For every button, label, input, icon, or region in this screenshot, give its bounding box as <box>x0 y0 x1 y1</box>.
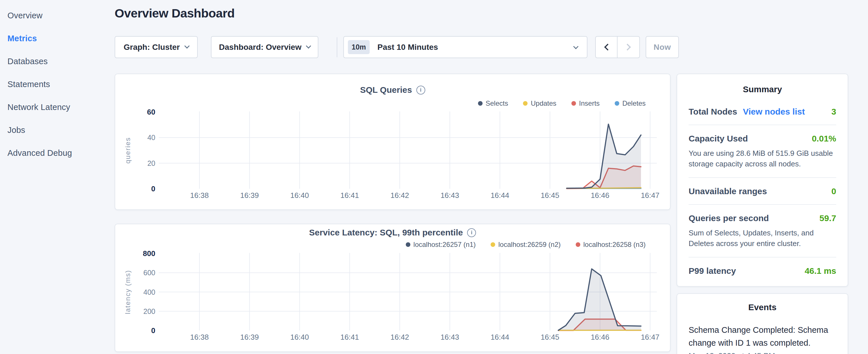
controls-divider <box>337 37 337 57</box>
svg-text:800: 800 <box>143 249 155 258</box>
svg-text:16:39: 16:39 <box>240 333 259 342</box>
time-range-dropdown[interactable]: 10m Past 10 Minutes <box>343 36 587 58</box>
svg-text:16:42: 16:42 <box>390 333 409 342</box>
svg-text:16:41: 16:41 <box>340 333 359 342</box>
svg-text:200: 200 <box>143 307 155 315</box>
summary-panel: Summary Total Nodes View nodes list 3 Ca… <box>677 74 848 287</box>
svg-text:16:47: 16:47 <box>641 191 659 200</box>
sidebar-item-jobs[interactable]: Jobs <box>0 119 115 141</box>
sidebar-item-statements[interactable]: Statements <box>0 73 115 96</box>
summary-row-queries-per-second: Queries per second 59.7 Sum of Selects, … <box>689 205 836 257</box>
sql-queries-chart-card: SQL Queries i Selects Updates Inserts De… <box>115 74 671 210</box>
svg-text:40: 40 <box>147 133 155 141</box>
summary-value: 0.01% <box>812 134 836 143</box>
sidebar-item-databases[interactable]: Databases <box>0 50 115 73</box>
summary-row-p99-latency: P99 latency 46.1 ms <box>689 257 836 284</box>
service-latency-plot[interactable]: 16:3816:3916:4016:4116:4216:4316:4416:45… <box>115 224 671 353</box>
event-timestamp: May 13, 2020 at 4:45 PM <box>689 352 836 354</box>
time-forward-button[interactable] <box>618 37 639 58</box>
svg-text:16:38: 16:38 <box>190 333 209 342</box>
summary-label: P99 latency <box>689 266 736 276</box>
svg-text:16:47: 16:47 <box>641 333 659 342</box>
events-panel: Events Schema Change Completed: Schema c… <box>677 293 848 354</box>
sidebar: Overview Metrics Databases Statements Ne… <box>0 0 115 354</box>
summary-label: Unavailable ranges <box>689 187 767 196</box>
dashboard-dropdown[interactable]: Dashboard: Overview <box>211 36 318 58</box>
summary-label: Capacity Used <box>689 134 748 143</box>
svg-text:0: 0 <box>151 185 155 193</box>
summary-subtext: You are using 28.6 MiB of 515.9 GiB usab… <box>689 148 836 169</box>
svg-text:16:40: 16:40 <box>290 333 309 342</box>
summary-title: Summary <box>689 85 836 94</box>
summary-row-capacity-used: Capacity Used 0.01% You are using 28.6 M… <box>689 125 836 178</box>
chevron-down-icon <box>573 44 578 49</box>
svg-text:16:44: 16:44 <box>491 333 509 342</box>
now-button[interactable]: Now <box>646 36 679 58</box>
summary-value: 0 <box>831 187 836 196</box>
sidebar-item-advanced-debug[interactable]: Advanced Debug <box>0 141 115 164</box>
svg-text:16:46: 16:46 <box>591 333 609 342</box>
chevron-right-icon <box>624 43 631 51</box>
summary-subtext: Sum of Selects, Updates, Inserts, and De… <box>689 228 836 249</box>
svg-text:16:40: 16:40 <box>290 191 309 200</box>
graph-scope-dropdown[interactable]: Graph: Cluster <box>115 36 198 58</box>
summary-value: 46.1 ms <box>805 266 836 276</box>
svg-text:400: 400 <box>143 288 155 296</box>
svg-text:16:46: 16:46 <box>591 191 609 200</box>
view-nodes-list-link[interactable]: View nodes list <box>743 107 805 117</box>
graph-scope-label: Graph: Cluster <box>124 43 180 52</box>
svg-text:60: 60 <box>147 108 155 116</box>
sidebar-item-overview[interactable]: Overview <box>0 4 115 27</box>
svg-text:queries: queries <box>124 137 131 164</box>
svg-text:latency (ms): latency (ms) <box>124 270 131 314</box>
svg-text:16:44: 16:44 <box>491 191 509 200</box>
page-title: Overview Dashboard <box>115 6 235 20</box>
svg-text:16:41: 16:41 <box>340 191 359 200</box>
chevron-left-icon <box>604 43 611 51</box>
event-item[interactable]: Schema Change Completed: Schema change w… <box>689 324 836 349</box>
svg-text:16:43: 16:43 <box>440 191 459 200</box>
sidebar-item-network-latency[interactable]: Network Latency <box>0 96 115 119</box>
time-range-badge: 10m <box>348 40 370 54</box>
time-step-buttons <box>595 36 640 58</box>
service-latency-chart-card: Service Latency: SQL, 99th percentile i … <box>115 224 671 352</box>
summary-row-total-nodes: Total Nodes View nodes list 3 <box>689 98 836 125</box>
svg-text:16:42: 16:42 <box>390 191 409 200</box>
sidebar-item-metrics[interactable]: Metrics <box>0 27 115 50</box>
summary-value: 59.7 <box>819 213 836 223</box>
svg-text:0: 0 <box>151 326 155 335</box>
svg-text:20: 20 <box>147 159 155 167</box>
time-back-button[interactable] <box>596 37 618 58</box>
sql-queries-plot[interactable]: 16:3816:3916:4016:4116:4216:4316:4416:45… <box>115 74 671 211</box>
time-range-label: Past 10 Minutes <box>377 43 438 52</box>
summary-row-unavailable-ranges: Unavailable ranges 0 <box>689 178 836 205</box>
chevron-down-icon <box>184 43 189 49</box>
summary-label: Total Nodes <box>689 107 737 117</box>
svg-text:16:45: 16:45 <box>541 191 559 200</box>
summary-label: Queries per second <box>689 213 769 223</box>
svg-text:16:45: 16:45 <box>541 333 559 342</box>
svg-text:16:39: 16:39 <box>240 191 259 200</box>
chevron-down-icon <box>306 43 311 49</box>
svg-text:16:43: 16:43 <box>440 333 459 342</box>
svg-text:600: 600 <box>143 269 155 277</box>
events-title: Events <box>689 302 836 312</box>
svg-text:16:38: 16:38 <box>190 191 209 200</box>
dashboard-label: Dashboard: Overview <box>219 43 302 52</box>
summary-value: 3 <box>831 107 836 117</box>
